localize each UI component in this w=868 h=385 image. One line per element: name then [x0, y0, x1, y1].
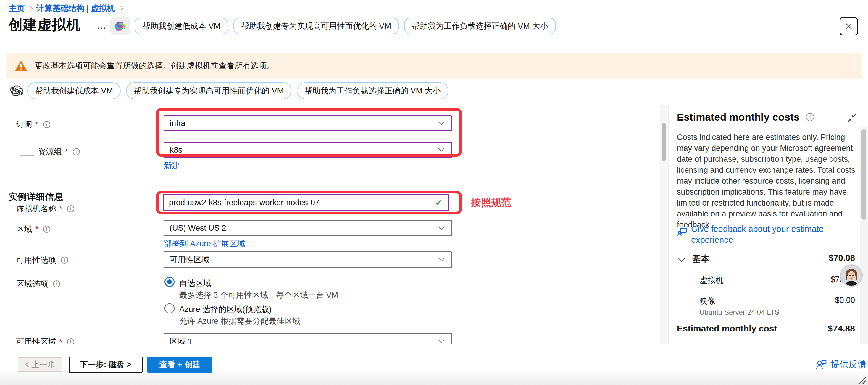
annotation-text: 按照规范	[471, 196, 511, 210]
previous-step-button[interactable]: < 上一步	[18, 357, 62, 372]
info-icon[interactable]: i	[43, 121, 50, 128]
collapse-panel-button[interactable]	[847, 113, 857, 124]
create-vm-page: 主页 计算基础结构 | 虚拟机 创建虚拟机 … 帮助我创建低成本 VM 帮助我创…	[0, 0, 868, 385]
deploy-edge-zone-link[interactable]: 部署到 Azure 扩展区域	[164, 238, 245, 249]
info-icon[interactable]: i	[43, 226, 50, 233]
create-new-resource-group-link[interactable]: 新建	[164, 160, 180, 171]
more-menu-button[interactable]: …	[97, 21, 107, 31]
breadcrumb-section-link[interactable]: 计算基础结构 | 虚拟机	[36, 3, 115, 13]
cost-row-name: 虚拟机	[700, 275, 723, 286]
azure-selected-zones-label: Azure 选择的区域(预览版)	[179, 304, 272, 315]
copilot-right-size-vm-button-2[interactable]: 帮助我为工作负载选择正确的 VM 大小	[297, 82, 448, 99]
required-marker: *	[35, 225, 38, 234]
cost-row-sub: Ubuntu Server 24.04 LTS	[700, 308, 779, 316]
page-scrollbar-thumb[interactable]	[862, 129, 866, 220]
subscription-label: 订阅* i	[16, 119, 50, 130]
azure-selected-zones-desc: 允许 Azure 根据需要分配最佳区域	[179, 316, 301, 326]
copilot-icon	[114, 20, 127, 33]
panel-divider	[668, 105, 669, 344]
validation-check-icon: ✓	[435, 197, 443, 208]
region-label: 区域* i	[16, 224, 50, 234]
cost-row-name: 映像	[700, 296, 715, 306]
required-marker: *	[65, 147, 68, 156]
estimate-feedback-link[interactable]: Give feedback about your estimate experi…	[677, 224, 855, 246]
close-button[interactable]	[840, 17, 858, 35]
feedback-bubbles-icon	[677, 226, 687, 237]
region-dropdown[interactable]: (US) West US 2	[164, 220, 452, 236]
warning-banner: 更改基本选项可能会重置所做的选择。创建虚拟机前查看所有选项。	[6, 53, 862, 79]
person-feedback-icon	[815, 359, 827, 371]
resource-group-label: 资源组* i	[38, 147, 80, 157]
chevron-down-icon	[438, 255, 445, 261]
chevron-right-icon	[28, 6, 33, 10]
tree-connector	[20, 155, 34, 156]
chevron-right-icon	[118, 6, 123, 10]
info-icon[interactable]: i	[53, 280, 60, 287]
chevron-down-icon	[438, 119, 444, 125]
header-copilot-actions: 帮助我创建低成本 VM 帮助我创建专为实现高可用性而优化的 VM 帮助我为工作负…	[134, 18, 556, 34]
copilot-low-cost-vm-button[interactable]: 帮助我创建低成本 VM	[134, 18, 228, 34]
vm-name-field: ✓	[163, 194, 449, 211]
info-icon[interactable]: i	[67, 205, 74, 212]
instance-details-heading: 实例详细信息	[8, 191, 63, 203]
warning-icon	[15, 60, 27, 71]
info-icon[interactable]: i	[61, 257, 68, 264]
page-title: 创建虚拟机	[8, 15, 81, 34]
availability-options-dropdown[interactable]: 可用性区域	[164, 251, 452, 268]
form-scrollbar-thumb[interactable]	[661, 123, 666, 161]
total-divider	[668, 319, 868, 319]
next-step-disks-button[interactable]: 下一步: 磁盘 >	[69, 357, 143, 373]
expand-group-chevron-icon[interactable]	[678, 255, 685, 262]
vm-name-input[interactable]	[169, 198, 435, 207]
form-scrollbar-track[interactable]	[660, 105, 668, 344]
cost-group-amount: $70.08	[781, 253, 855, 263]
zone-options-label: 区域选项 i	[16, 279, 60, 289]
tree-connector	[20, 134, 20, 155]
breadcrumb-home-link[interactable]: 主页	[9, 3, 25, 13]
copilot-button[interactable]	[110, 17, 130, 35]
cost-panel-header: Estimated monthly costs i	[677, 111, 814, 123]
presenter-avatar	[840, 264, 863, 287]
close-icon	[844, 22, 853, 31]
total-amount: $74.88	[781, 323, 855, 333]
chevron-down-icon	[438, 146, 444, 152]
total-label: Estimated monthly cost	[677, 323, 777, 333]
collapse-icon	[847, 113, 857, 123]
copilot-low-cost-vm-button-2[interactable]: 帮助我创建低成本 VM	[27, 82, 121, 99]
cost-row-amount: $0.00	[781, 296, 855, 305]
copilot-outline-icon	[10, 84, 24, 99]
copilot-high-availability-vm-button-2[interactable]: 帮助我创建专为实现高可用性而优化的 VM	[126, 82, 291, 99]
self-selected-zones-radio[interactable]	[164, 277, 175, 287]
warning-text: 更改基本选项可能会重置所做的选择。创建虚拟机前查看所有选项。	[35, 60, 275, 71]
breadcrumb: 主页 计算基础结构 | 虚拟机	[9, 3, 127, 13]
review-create-button[interactable]: 查看 + 创建	[147, 357, 212, 373]
page-scrollbar-track[interactable]	[860, 127, 868, 344]
give-feedback-link[interactable]: 提供反馈	[815, 358, 866, 371]
azure-selected-zones-radio[interactable]	[164, 303, 175, 314]
info-icon[interactable]: i	[73, 148, 80, 155]
availability-options-label: 可用性选项 i	[16, 255, 68, 265]
copilot-high-availability-vm-button[interactable]: 帮助我创建专为实现高可用性而优化的 VM	[234, 18, 399, 34]
cost-panel-description: Costs indicated here are estimates only.…	[677, 132, 856, 230]
required-marker: *	[35, 120, 38, 129]
resize-grip-icon[interactable]	[857, 376, 866, 384]
subscription-dropdown[interactable]: infra	[164, 115, 452, 131]
required-marker: *	[59, 204, 62, 214]
resource-group-dropdown[interactable]: k8s	[164, 142, 452, 158]
info-icon[interactable]: i	[806, 113, 814, 121]
self-selected-zones-label: 自选区域	[179, 278, 211, 289]
chevron-down-icon	[438, 224, 445, 230]
copilot-right-size-vm-button[interactable]: 帮助我为工作负载选择正确的 VM 大小	[404, 18, 556, 34]
cost-group-name[interactable]: 基本	[692, 253, 709, 265]
vm-name-label: 虚拟机名称* i	[16, 203, 74, 214]
cost-panel-title: Estimated monthly costs	[677, 111, 799, 123]
copilot-suggestion-row: 帮助我创建低成本 VM 帮助我创建专为实现高可用性而优化的 VM 帮助我为工作负…	[27, 82, 448, 99]
chevron-down-icon	[438, 337, 445, 343]
self-selected-zones-desc: 最多选择 3 个可用性区域，每个区域一台 VM	[179, 290, 338, 300]
